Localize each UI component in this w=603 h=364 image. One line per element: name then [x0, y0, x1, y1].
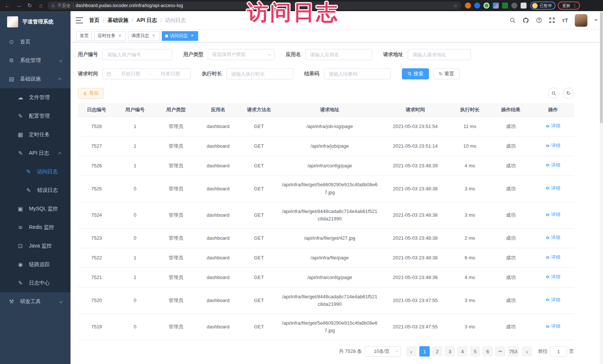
scrollbar-thumb[interactable]: [600, 12, 603, 123]
toolbox-icon: ⚒: [7, 298, 16, 305]
forward-button[interactable]: →: [14, 0, 23, 11]
extension-icon[interactable]: [502, 3, 508, 9]
page-button-4[interactable]: 4: [457, 346, 468, 357]
page-size-select[interactable]: 10条/页: [365, 346, 401, 357]
request-time-range-picker[interactable]: 开始日期 - 结束日期: [102, 68, 191, 79]
tab-home[interactable]: 首页: [76, 31, 92, 41]
search-icon[interactable]: [509, 17, 516, 23]
tag-close-icon[interactable]: ×: [151, 33, 156, 39]
page-ellipsis[interactable]: •••: [495, 346, 505, 357]
sidebar-item-config-management[interactable]: ✎配置管理: [0, 107, 71, 125]
tab-access-log[interactable]: 访问日志×: [162, 31, 198, 41]
breadcrumb-home[interactable]: 首页: [89, 17, 99, 24]
sidebar-item-java-monitor[interactable]: ⊡Java 监控: [0, 237, 71, 255]
help-icon[interactable]: [536, 17, 542, 23]
cell-url: /api/infra/config/page: [279, 268, 380, 287]
breadcrumb-infrastructure[interactable]: 基础设施: [108, 17, 128, 24]
export-button[interactable]: 导出: [78, 88, 104, 99]
hamburger-icon[interactable]: [76, 17, 83, 23]
page-button-5[interactable]: 5: [470, 346, 480, 357]
cell-url: /api/infra/file/get/5e8609290e915c4fa8b0…: [279, 176, 380, 202]
home-button[interactable]: ⌂: [36, 0, 45, 11]
sidebar-item-label: 错误日志: [37, 187, 58, 194]
font-size-icon[interactable]: ᴛT: [562, 17, 568, 23]
fullscreen-icon[interactable]: [549, 17, 555, 23]
detail-link[interactable]: 详细: [545, 142, 560, 149]
sidebar-item-home[interactable]: ⊙首页: [0, 33, 71, 51]
sidebar-item-scheduled-jobs[interactable]: ▦定时任务: [0, 125, 71, 144]
sidebar-item-log-center[interactable]: ✎日志中心: [0, 274, 71, 292]
page-button-753[interactable]: 753: [508, 346, 519, 357]
url-text: dashboard.yudao.iocoder.cn/infra/log/api…: [76, 3, 451, 8]
sidebar-item-infrastructure[interactable]: ▤基础设施: [0, 70, 71, 88]
user-type-select[interactable]: 请选择用户类型: [208, 49, 275, 60]
cell-app: dashboard: [197, 229, 239, 248]
extension-icon[interactable]: [474, 3, 480, 9]
request-url-input[interactable]: [408, 49, 471, 60]
tag-close-icon[interactable]: ×: [117, 33, 122, 39]
puzzle-extension-icon[interactable]: [521, 3, 527, 9]
sidebar-item-link-trace[interactable]: ◉链路追踪: [0, 255, 71, 274]
reload-button[interactable]: ↻: [25, 0, 34, 11]
search-button[interactable]: 搜索: [402, 68, 429, 79]
user-id-input[interactable]: [102, 49, 172, 60]
detail-link[interactable]: 详细: [545, 211, 560, 218]
toggle-search-button[interactable]: [548, 88, 559, 99]
sidebar-item-api-log[interactable]: ✎API 日志: [0, 144, 71, 163]
goto-page-input[interactable]: [550, 346, 567, 357]
sidebar-item-redis-monitor[interactable]: ≋Redis 监控: [0, 218, 71, 237]
detail-link[interactable]: 详细: [545, 296, 560, 304]
cell-method: GET: [239, 248, 279, 268]
page-button-3[interactable]: 3: [445, 346, 455, 357]
address-bar[interactable]: ⚠ 不安全 dashboard.yudao.iocoder.cn/infra/l…: [47, 1, 461, 10]
github-icon[interactable]: [522, 17, 529, 24]
refresh-table-button[interactable]: ↻: [563, 88, 574, 99]
tag-close-icon[interactable]: ×: [190, 33, 195, 39]
navbar-actions: ᴛT: [509, 14, 598, 27]
tab-job-log[interactable]: 调度日志×: [128, 31, 160, 41]
profile-badge[interactable]: 已暂停: [530, 1, 556, 10]
sidebar-item-access-log[interactable]: ✎访问日志: [0, 163, 71, 181]
duration-label: 执行时长: [202, 70, 222, 77]
detail-link[interactable]: 详细: [545, 185, 560, 192]
extension-icon[interactable]: [484, 3, 489, 9]
browser-update-button[interactable]: 更新 ⋮: [558, 1, 580, 10]
app-logo[interactable]: 芋道管理系统: [0, 11, 71, 33]
app-name-input[interactable]: [305, 49, 372, 60]
cell-app: dashboard: [197, 156, 239, 176]
extension-icon[interactable]: [493, 3, 499, 9]
sidebar-item-file-management[interactable]: ☁文件管理: [0, 88, 71, 107]
scrollbar[interactable]: [600, 11, 603, 364]
detail-link[interactable]: 详细: [545, 273, 560, 281]
detail-link[interactable]: 详细: [545, 162, 560, 169]
user-avatar[interactable]: [575, 14, 587, 27]
sidebar-item-mysql-monitor[interactable]: ▣MySQL 监控: [0, 200, 71, 218]
main-area: 首页 / 基础设施 / API 日志 / 访问日志: [71, 11, 603, 364]
page-button-1[interactable]: 1: [419, 346, 430, 357]
duration-input[interactable]: [226, 68, 293, 79]
extension-icon[interactable]: [511, 3, 517, 9]
sidebar-item-system-management[interactable]: ⚙系统管理: [0, 51, 71, 70]
prev-page-button[interactable]: ‹: [406, 346, 416, 357]
log-edit-icon: ✎: [24, 168, 33, 175]
detail-link[interactable]: 详细: [545, 323, 560, 330]
detail-link[interactable]: 详细: [545, 234, 560, 241]
cell-url: /api/infra/file/get/5e8609290e915c4fa8b0…: [279, 314, 380, 340]
sidebar-item-error-log[interactable]: ✎错误日志: [0, 181, 71, 200]
page-button-6[interactable]: 6: [482, 346, 493, 357]
back-button[interactable]: ←: [3, 0, 12, 11]
goto-unit: 页: [569, 348, 574, 355]
chevron-down-icon[interactable]: [594, 19, 598, 21]
result-code-input[interactable]: [324, 68, 391, 79]
detail-link[interactable]: 详细: [545, 254, 560, 261]
tab-scheduled-jobs[interactable]: 定时任务×: [94, 31, 126, 41]
extension-icon[interactable]: [465, 3, 471, 9]
sidebar-item-dev-tools[interactable]: ⚒研发工具: [0, 292, 71, 311]
reset-button[interactable]: ↻ 重置: [433, 68, 460, 79]
next-page-button[interactable]: ›: [522, 346, 532, 357]
browser-menu-icon[interactable]: ⋮: [573, 3, 577, 8]
bookmark-star-icon[interactable]: ☆: [453, 3, 458, 9]
breadcrumb-api-log[interactable]: API 日志: [137, 17, 157, 24]
page-button-2[interactable]: 2: [432, 346, 442, 357]
detail-link[interactable]: 详细: [545, 122, 560, 129]
